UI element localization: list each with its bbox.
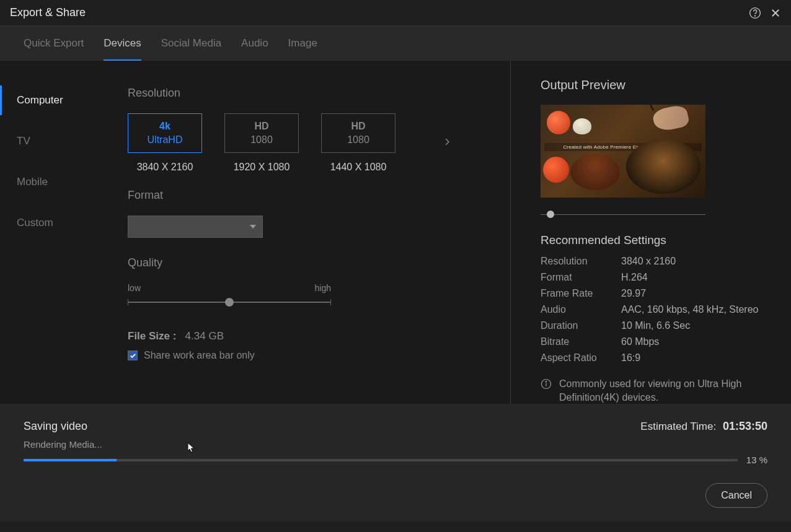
resolution-dim: 1920 X 1080: [234, 162, 290, 173]
svg-point-0: [750, 7, 761, 18]
resolution-dim: 3840 X 2160: [137, 162, 193, 173]
progress-bar: [24, 459, 738, 461]
quality-slider[interactable]: [128, 298, 331, 307]
preview-thumbnail: Created with Adobe Premiere Elements tri…: [541, 105, 705, 198]
recommended-row: Duration10 Min, 6.6 Sec: [541, 320, 774, 331]
info-icon: [541, 378, 552, 405]
tab-image[interactable]: Image: [288, 37, 317, 61]
title-bar: Export & Share: [0, 0, 791, 26]
cancel-button[interactable]: Cancel: [705, 483, 767, 508]
quality-high-label: high: [315, 283, 331, 293]
close-icon[interactable]: [770, 7, 781, 19]
progress-percent: 13 %: [746, 455, 767, 465]
format-label: Format: [128, 189, 510, 202]
subtab-custom[interactable]: Custom: [0, 208, 105, 238]
tab-audio[interactable]: Audio: [241, 37, 268, 61]
resolution-label: Resolution: [128, 87, 510, 100]
recommended-value: 3840 x 2160: [621, 256, 676, 267]
output-preview-title: Output Preview: [541, 78, 774, 92]
quality-label: Quality: [128, 256, 510, 269]
filesize-label: File Size :: [128, 330, 176, 342]
svg-point-1: [755, 15, 756, 16]
share-workarea-label: Share work area bar only: [144, 350, 255, 361]
top-tab-bar: Quick Export Devices Social Media Audio …: [0, 26, 791, 61]
recommended-key: Resolution: [541, 256, 621, 267]
tab-devices[interactable]: Devices: [104, 37, 141, 61]
recommended-value: 16:9: [621, 352, 640, 364]
window-title: Export & Share: [10, 6, 86, 19]
resolution-dim: 1440 X 1080: [330, 162, 387, 173]
recommended-row: Frame Rate29.97: [541, 288, 774, 299]
recommended-key: Duration: [541, 320, 621, 331]
chevron-right-icon[interactable]: [443, 135, 451, 151]
recommended-row: FormatH.264: [541, 272, 774, 283]
info-text: Commonly used for viewing on Ultra High …: [559, 377, 774, 405]
preview-scrubber-thumb[interactable]: [547, 211, 554, 218]
tab-social-media[interactable]: Social Media: [161, 37, 221, 61]
recommended-key: Frame Rate: [541, 288, 621, 299]
recommended-key: Format: [541, 272, 621, 283]
subtab-mobile[interactable]: Mobile: [0, 167, 105, 197]
recommended-key: Audio: [541, 304, 621, 315]
recommended-value: H.264: [621, 272, 648, 283]
preview-scrubber[interactable]: [541, 209, 705, 220]
recommended-row: AudioAAC, 160 kbps, 48 kHz, Stereo: [541, 304, 774, 315]
recommended-key: Aspect Ratio: [541, 352, 621, 364]
resolution-option-hd1920[interactable]: HD 1080 1920 X 1080: [224, 113, 299, 173]
recommended-value: 60 Mbps: [621, 336, 659, 347]
recommended-value: AAC, 160 kbps, 48 kHz, Stereo: [621, 304, 758, 315]
footer: Saving video Estimated Time: 01:53:50 Re…: [0, 404, 791, 521]
format-select[interactable]: [128, 216, 263, 238]
recommended-settings-title: Recommended Settings: [541, 233, 774, 247]
resolution-option-hd1440[interactable]: HD 1080 1440 X 1080: [321, 113, 396, 173]
help-icon[interactable]: [749, 7, 761, 19]
recommended-row: Bitrate60 Mbps: [541, 336, 774, 347]
quality-low-label: low: [128, 283, 141, 293]
recommended-row: Resolution3840 x 2160: [541, 256, 774, 267]
saving-video-label: Saving video: [24, 420, 87, 433]
tab-quick-export[interactable]: Quick Export: [24, 37, 84, 61]
rendering-status: Rendering Media...: [24, 439, 767, 450]
estimated-time-value: 01:53:50: [723, 420, 767, 432]
resolution-option-4k[interactable]: 4k UltraHD 3840 X 2160: [128, 113, 202, 173]
filesize-value: 4.34 GB: [185, 330, 224, 342]
estimated-time-label: Estimated Time:: [640, 421, 716, 432]
recommended-value: 10 Min, 6.6 Sec: [621, 320, 690, 331]
device-subtabs: Computer TV Mobile Custom: [0, 61, 105, 404]
quality-slider-thumb[interactable]: [225, 298, 234, 307]
subtab-computer[interactable]: Computer: [0, 85, 105, 115]
recommended-row: Aspect Ratio16:9: [541, 352, 774, 364]
recommended-value: 29.97: [621, 288, 646, 299]
subtab-tv[interactable]: TV: [0, 126, 105, 156]
svg-point-3: [546, 382, 547, 383]
recommended-key: Bitrate: [541, 336, 621, 347]
share-workarea-checkbox[interactable]: [128, 351, 138, 360]
